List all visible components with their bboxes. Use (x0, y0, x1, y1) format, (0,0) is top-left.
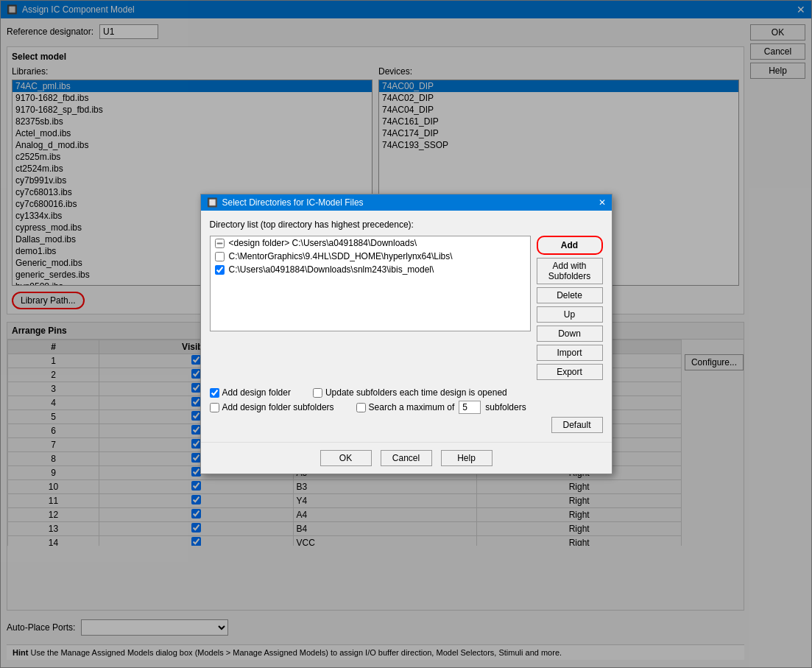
search-max-label[interactable]: Search a maximum of (356, 402, 455, 412)
dialog-icon: 🔲 (207, 197, 218, 208)
search-max-input[interactable] (459, 401, 481, 414)
dialog-options-bottom: Add design folder subfolders Search a ma… (210, 401, 603, 414)
dir-path: <design folder> C:\Users\a0491884\Downlo… (229, 238, 417, 248)
add-design-folder-label[interactable]: Add design folder (210, 387, 291, 398)
dialog-main-row: <design folder> C:\Users\a0491884\Downlo… (210, 236, 603, 380)
dialog-close-btn[interactable]: ✕ (599, 197, 606, 208)
dialog-dir-label: Directory list (top directory has highes… (210, 219, 603, 230)
dialog-help-button[interactable]: Help (441, 450, 493, 466)
dir-list-box[interactable]: <design folder> C:\Users\a0491884\Downlo… (210, 236, 531, 331)
dialog-delete-button[interactable]: Delete (537, 287, 603, 303)
dialog-options-top: Add design folder Update subfolders each… (210, 387, 603, 398)
dir-path: C:\MentorGraphics\9.4HL\SDD_HOME\hyperly… (229, 251, 453, 261)
dialog-import-button[interactable]: Import (537, 345, 603, 361)
dir-item[interactable]: C:\Users\a0491884\Downloads\snlm243\ibis… (211, 263, 530, 276)
dialog-title-left: 🔲 Select Directories for IC-Model Files (207, 197, 364, 208)
dialog-default-button[interactable]: Default (551, 417, 603, 433)
select-directories-dialog: 🔲 Select Directories for IC-Model Files … (200, 194, 612, 474)
dialog-options-row: Add design folder Update subfolders each… (210, 387, 603, 414)
dir-checkbox[interactable] (215, 239, 225, 248)
dialog-title: Select Directories for IC-Model Files (222, 197, 364, 208)
dir-path: C:\Users\a0491884\Downloads\snlm243\ibis… (229, 264, 434, 275)
subfolders-unit: subfolders (485, 402, 526, 412)
dialog-body: Directory list (top directory has highes… (201, 211, 612, 442)
dialog-footer: OK Cancel Help (201, 442, 612, 474)
dir-checkbox[interactable] (215, 252, 225, 261)
dialog-down-button[interactable]: Down (537, 326, 603, 342)
update-subfolders-label[interactable]: Update subfolders each time design is op… (313, 387, 507, 398)
dialog-export-button[interactable]: Export (537, 364, 603, 380)
dialog-overlay: 🔲 Select Directories for IC-Model Files … (0, 0, 812, 668)
update-subfolders-checkbox[interactable] (313, 388, 322, 398)
dialog-ok-button[interactable]: OK (320, 450, 372, 466)
dir-item[interactable]: <design folder> C:\Users\a0491884\Downlo… (211, 236, 530, 250)
add-design-folder-subfolders-label[interactable]: Add design folder subfolders (210, 401, 334, 414)
dir-item[interactable]: C:\MentorGraphics\9.4HL\SDD_HOME\hyperly… (211, 250, 530, 263)
dialog-add-button[interactable]: Add (537, 236, 603, 255)
search-max-row: Search a maximum of subfolders (356, 401, 526, 414)
dialog-up-button[interactable]: Up (537, 306, 603, 323)
dialog-add-with-subfolders-button[interactable]: Add with Subfolders (537, 258, 603, 284)
default-btn-row: Default (210, 417, 603, 433)
search-max-checkbox[interactable] (356, 403, 366, 412)
add-design-folder-checkbox[interactable] (210, 388, 219, 398)
dialog-title-bar: 🔲 Select Directories for IC-Model Files … (201, 194, 612, 211)
dialog-right-buttons: Add Add with Subfolders Delete Up Down I… (537, 236, 603, 380)
dir-checkbox[interactable] (215, 265, 225, 275)
dialog-cancel-button[interactable]: Cancel (381, 450, 432, 466)
add-design-folder-subfolders-checkbox[interactable] (210, 403, 219, 412)
